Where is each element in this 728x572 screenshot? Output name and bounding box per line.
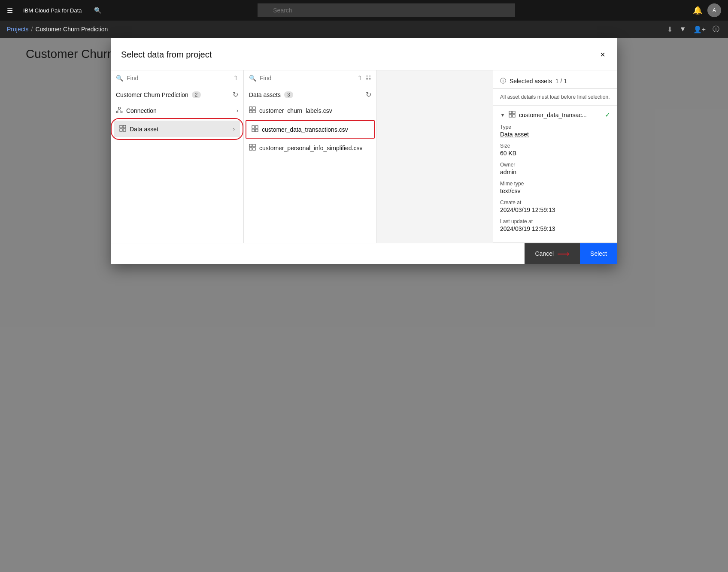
data-asset-item[interactable]: Data asset › xyxy=(114,121,240,137)
expand-icon[interactable]: ▼ xyxy=(500,112,505,118)
detail-size: Size 60 KB xyxy=(500,143,610,157)
data-assets-title: Data assets xyxy=(249,91,281,98)
dropdown-icon[interactable]: ▼ xyxy=(678,24,688,35)
menu-icon[interactable]: ☰ xyxy=(7,6,13,15)
svg-rect-15 xyxy=(252,129,255,132)
download-icon[interactable]: ⇓ xyxy=(665,24,674,35)
connection-item[interactable]: Connection › xyxy=(111,102,243,119)
svg-line-3 xyxy=(117,109,119,112)
updated-label: Last update at xyxy=(500,218,610,224)
notification-icon[interactable]: 🔔 xyxy=(691,4,704,17)
modal-title: Select data from project xyxy=(121,50,212,60)
selected-assets-title: Selected assets xyxy=(510,78,552,85)
svg-rect-24 xyxy=(513,115,515,117)
file-item-transactions[interactable]: customer_data_transactions.csv xyxy=(246,120,375,139)
file-item-personal-info[interactable]: customer_personal_info_simplified.csv xyxy=(244,139,376,157)
modal-close-button[interactable]: × xyxy=(598,48,607,61)
left-search-input[interactable] xyxy=(127,75,230,82)
modal: Select data from project × 🔍 ⇧ Customer … xyxy=(111,38,617,264)
svg-rect-21 xyxy=(509,111,512,114)
svg-rect-6 xyxy=(123,125,126,128)
detail-owner: Owner admin xyxy=(500,162,610,176)
svg-point-0 xyxy=(118,107,121,109)
topbar: ☰ IBM Cloud Pak for Data 🔍 🔔 A xyxy=(0,0,728,21)
mime-label: Mime type xyxy=(500,181,610,187)
file-transactions-icon xyxy=(252,125,258,133)
search-wrapper: 🔍 xyxy=(89,3,684,17)
svg-rect-20 xyxy=(253,148,255,150)
svg-rect-17 xyxy=(249,144,252,147)
connection-icon xyxy=(116,106,123,115)
mid-panel: 🔍 ⇧ ☷ Data assets 3 ↻ xyxy=(244,70,377,243)
svg-rect-9 xyxy=(249,107,252,109)
mid-grid-icon[interactable]: ☷ xyxy=(366,75,371,82)
modal-header: Select data from project × xyxy=(111,38,617,70)
owner-value: admin xyxy=(500,169,610,176)
type-label: Type xyxy=(500,124,610,130)
svg-rect-10 xyxy=(253,107,255,109)
selected-assets-count: 1 / 1 xyxy=(555,78,567,85)
select-button[interactable]: Select xyxy=(580,243,617,264)
size-label: Size xyxy=(500,143,610,149)
project-name: Customer Churn Prediction xyxy=(116,91,188,98)
data-assets-header: Data assets 3 ↻ xyxy=(244,86,376,102)
svg-rect-8 xyxy=(123,129,126,131)
mid-search-bar: 🔍 ⇧ ☷ xyxy=(244,70,376,86)
mid-sort-icon[interactable]: ⇧ xyxy=(357,75,362,82)
type-value: Data asset xyxy=(500,131,610,138)
avatar[interactable]: A xyxy=(707,3,721,17)
connection-chevron: › xyxy=(237,108,238,114)
svg-rect-7 xyxy=(120,129,122,131)
data-assets-count: 3 xyxy=(284,91,293,98)
projects-link[interactable]: Projects xyxy=(7,26,29,33)
svg-rect-13 xyxy=(252,126,255,128)
modal-body: 🔍 ⇧ Customer Churn Prediction 2 ↻ Connec… xyxy=(111,70,617,243)
svg-point-2 xyxy=(121,111,122,113)
project-header: Customer Churn Prediction 2 ↻ xyxy=(111,86,243,102)
svg-line-4 xyxy=(119,109,121,112)
svg-rect-5 xyxy=(120,125,122,128)
info-icon[interactable]: ⓘ xyxy=(711,23,721,36)
svg-rect-14 xyxy=(255,126,258,128)
left-sort-icon[interactable]: ⇧ xyxy=(233,75,238,82)
mid-search-input[interactable] xyxy=(260,75,354,82)
detail-mime: Mime type text/csv xyxy=(500,181,610,194)
file-churn-labels-icon xyxy=(249,106,256,115)
svg-rect-16 xyxy=(255,129,258,132)
svg-point-1 xyxy=(116,111,118,113)
selected-info-icon[interactable]: ⓘ xyxy=(500,77,506,85)
add-user-icon[interactable]: 👤+ xyxy=(692,24,707,35)
cancel-arrow-icon: ⟶ xyxy=(557,248,570,259)
mid-search-icon: 🔍 xyxy=(249,75,256,82)
checkmark-icon: ✓ xyxy=(605,111,610,119)
modal-overlay: Select data from project × 🔍 ⇧ Customer … xyxy=(0,38,728,572)
file-item-churn-labels[interactable]: customer_churn_labels.csv xyxy=(244,102,376,119)
app-logo: IBM Cloud Pak for Data xyxy=(23,7,82,14)
breadcrumb-current: Customer Churn Prediction xyxy=(35,26,108,33)
selected-item-header: ▼ customer_data_transac... ✓ xyxy=(500,111,610,119)
search-icon: 🔍 xyxy=(94,7,101,14)
left-panel: 🔍 ⇧ Customer Churn Prediction 2 ↻ Connec… xyxy=(111,70,244,243)
subnav: Projects / Customer Churn Prediction ⇓ ▼… xyxy=(0,21,728,38)
selected-item-data-icon xyxy=(509,111,516,119)
mime-value: text/csv xyxy=(500,188,610,194)
size-value: 60 KB xyxy=(500,150,610,157)
topbar-right: 🔔 A xyxy=(691,3,721,17)
file-churn-labels-name: customer_churn_labels.csv xyxy=(259,107,371,114)
cancel-button[interactable]: Cancel ⟶ xyxy=(525,243,580,264)
modal-footer: Cancel ⟶ Select xyxy=(111,243,617,264)
left-refresh-icon[interactable]: ↻ xyxy=(233,91,238,99)
svg-rect-19 xyxy=(249,148,252,150)
mid-refresh-icon[interactable]: ↻ xyxy=(366,91,371,99)
selected-item: ▼ customer_data_transac... ✓ xyxy=(493,106,617,243)
selected-panel-header: ⓘ Selected assets 1 / 1 xyxy=(493,70,617,89)
detail-type: Type Data asset xyxy=(500,124,610,138)
data-asset-icon xyxy=(119,125,126,133)
svg-rect-22 xyxy=(513,111,515,114)
detail-created: Create at 2024/03/19 12:59:13 xyxy=(500,200,610,213)
left-search-bar: 🔍 ⇧ xyxy=(111,70,243,86)
search-input[interactable] xyxy=(258,3,515,17)
connection-label: Connection xyxy=(126,107,233,114)
svg-rect-11 xyxy=(249,110,252,113)
breadcrumb: Projects / Customer Churn Prediction xyxy=(7,26,108,33)
